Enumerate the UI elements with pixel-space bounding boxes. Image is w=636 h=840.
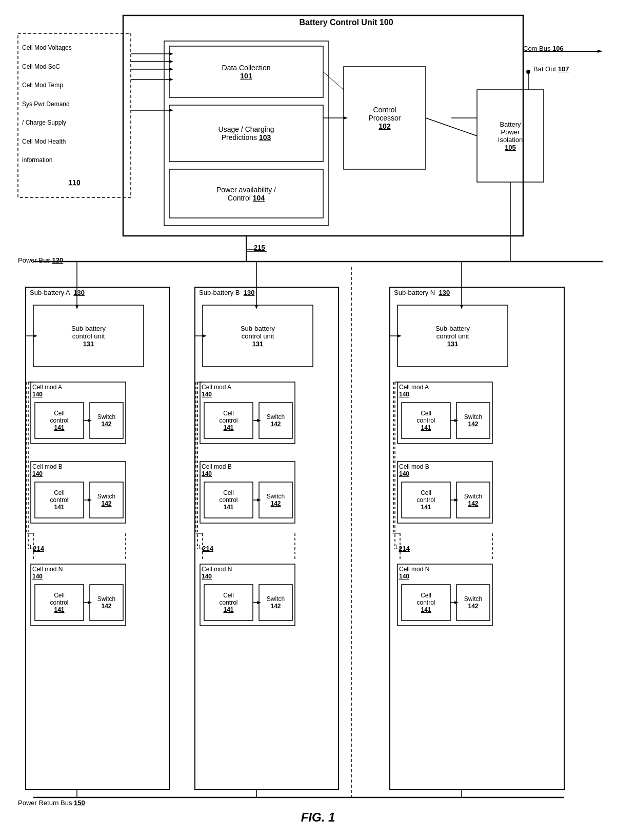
switch-b-a: Switch 142 <box>90 482 123 518</box>
cell-mod-b-a-title: Cell mod B <box>32 463 63 470</box>
sub-battery-b-title: Sub-battery B 130 <box>199 289 254 296</box>
cell-mod-a-a-ref: 140 <box>32 391 43 398</box>
sub-battery-control-unit-n: Sub-battery control unit 131 <box>398 305 508 367</box>
cell-mod-n-a-title: Cell mod N <box>32 566 63 573</box>
sub-battery-a-title: Sub-battery A 130 <box>30 289 85 296</box>
ref-214-b: └214 <box>197 545 213 552</box>
cell-mod-b-b-title: Cell mod B <box>202 463 232 470</box>
ref-214-n: └214 <box>394 545 410 552</box>
cell-control-n-a: Cell control 141 <box>35 585 84 621</box>
svg-line-120 <box>323 72 344 90</box>
cell-control-b-a: Cell control 141 <box>35 482 84 518</box>
svg-point-25 <box>526 70 530 74</box>
switch-b-b: Switch 142 <box>259 482 292 518</box>
bcu-title: Battery Control Unit 100 <box>180 18 513 27</box>
cell-mod-n-n-title: Cell mod N <box>399 566 429 573</box>
cell-mod-a-a-title: Cell mod A <box>32 384 62 391</box>
cell-control-n-n: Cell control 141 <box>402 585 450 621</box>
cell-mod-a-b-ref: 140 <box>202 391 212 398</box>
svg-line-20 <box>426 118 477 136</box>
cell-mod-n-b-ref: 140 <box>202 573 212 580</box>
cell-control-b-b: Cell control 141 <box>204 482 253 518</box>
inputs-box: Cell Mod Voltages Cell Mod SoC Cell Mod … <box>18 33 131 197</box>
switch-a-a: Switch 142 <box>90 403 123 438</box>
sub-battery-control-unit-a: Sub-battery control unit 131 <box>33 305 144 367</box>
sub-battery-n-title: Sub-battery N 130 <box>394 289 450 296</box>
cell-mod-n-n-ref: 140 <box>399 573 409 580</box>
switch-a-b: Switch 142 <box>259 403 292 438</box>
data-collection-label: Data Collection 101 <box>169 46 323 97</box>
ref-214-a: └214 <box>28 545 44 552</box>
switch-a-n: Switch 142 <box>456 403 490 438</box>
cell-mod-n-b-title: Cell mod N <box>202 566 232 573</box>
cell-mod-a-n-ref: 140 <box>399 391 409 398</box>
power-bus-label: Power Bus 120 <box>18 256 63 264</box>
bat-out-label: Bat Out 107 <box>533 65 569 73</box>
cell-mod-a-b-title: Cell mod A <box>202 384 231 391</box>
control-processor-label: Control Processor 102 <box>344 67 426 169</box>
cell-mod-n-a-ref: 140 <box>32 573 43 580</box>
switch-n-b: Switch 142 <box>259 585 292 621</box>
cell-mod-b-a-ref: 140 <box>32 470 43 477</box>
power-availability-label: Power availability / Control 104 <box>169 169 323 218</box>
cell-mod-b-n-ref: 140 <box>399 470 409 477</box>
diagram-container: Battery Control Unit 100 Data Collection… <box>0 0 636 840</box>
cell-mod-a-n-title: Cell mod A <box>399 384 429 391</box>
switch-n-n: Switch 142 <box>456 585 490 621</box>
cell-control-a-a: Cell control 141 <box>35 403 84 438</box>
usage-charging-label: Usage / Charging Predictions 103 <box>169 105 323 162</box>
switch-n-a: Switch 142 <box>90 585 123 621</box>
svg-marker-23 <box>598 50 603 53</box>
cell-control-b-n: Cell control 141 <box>402 482 450 518</box>
com-bus-label: Com Bus 106 <box>523 45 564 52</box>
cell-control-n-b: Cell control 141 <box>204 585 253 621</box>
cell-control-a-n: Cell control 141 <box>402 403 450 438</box>
switch-b-n: Switch 142 <box>456 482 490 518</box>
sub-battery-control-unit-b: Sub-battery control unit 131 <box>203 305 313 367</box>
fig-label: FIG. 1 <box>301 810 335 825</box>
cell-mod-b-n-title: Cell mod B <box>399 463 429 470</box>
power-return-bus-label: Power Return Bus 150 <box>18 799 85 807</box>
cell-mod-b-b-ref: 140 <box>202 470 212 477</box>
cell-control-a-b: Cell control 141 <box>204 403 253 438</box>
ref-215: 215 <box>254 244 265 251</box>
battery-power-isolation-label: Battery Power Isolation 105 <box>477 90 544 182</box>
